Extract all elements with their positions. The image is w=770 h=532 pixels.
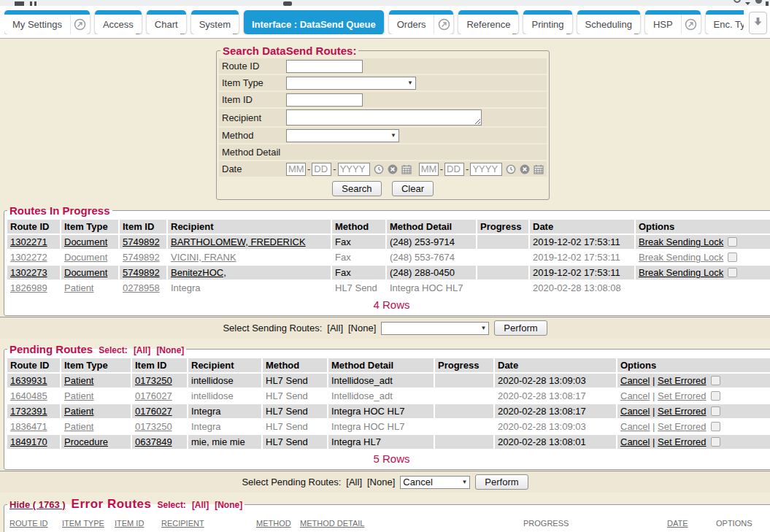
option-link[interactable]: Cancel	[620, 436, 650, 447]
perform-sending-button[interactable]: Perform	[494, 320, 547, 336]
row-checkbox[interactable]	[711, 391, 720, 401]
item-type-link[interactable]: Patient	[64, 421, 93, 432]
date-year-input[interactable]	[470, 163, 502, 176]
clock-icon[interactable]	[506, 164, 516, 174]
pending-action-select[interactable]: Cancel ▼	[400, 476, 470, 489]
route-id-link[interactable]: 1639931	[10, 375, 47, 386]
tab-system[interactable]: System	[191, 10, 239, 34]
calendar-icon[interactable]	[534, 164, 544, 174]
item-id-link[interactable]: 0278958	[123, 282, 160, 293]
route-id-link[interactable]: 1732391	[10, 406, 47, 417]
item-id-link[interactable]: 0637849	[135, 436, 172, 447]
column-header[interactable]: METHOD	[254, 516, 296, 529]
clear-button[interactable]: Clear	[392, 181, 434, 196]
column-header[interactable]: METHOD DETAIL	[298, 516, 520, 529]
clock-icon[interactable]	[374, 164, 384, 174]
item-id-link[interactable]: 0173250	[135, 421, 172, 432]
option-link[interactable]: Cancel	[620, 390, 650, 401]
column-header[interactable]: ITEM TYPE	[60, 516, 111, 529]
sending-action-select[interactable]: ▼	[381, 322, 489, 335]
date-month-input[interactable]	[286, 163, 306, 176]
clear-date-icon[interactable]	[388, 164, 398, 174]
recipient-link[interactable]: VICINI, FRANK	[171, 252, 236, 263]
route-id-link[interactable]: 1849170	[10, 436, 47, 447]
recipient-input[interactable]	[286, 109, 482, 126]
hide-error-routes-link[interactable]: Hide ( 1763 )	[9, 499, 66, 510]
clear-date-icon[interactable]	[520, 164, 530, 174]
row-checkbox[interactable]	[711, 422, 720, 431]
row-checkbox[interactable]	[711, 376, 720, 385]
tab-enc-types[interactable]: Enc. Types	[706, 10, 744, 34]
date-day-input[interactable]	[444, 163, 464, 176]
select-all-link[interactable]: [All]	[327, 323, 343, 334]
route-id-link[interactable]: 1826989	[10, 282, 47, 293]
select-all-link[interactable]: [All]	[346, 477, 362, 487]
tab-access[interactable]: Access	[95, 10, 142, 34]
popout-icon[interactable]	[681, 15, 701, 34]
item-type-link[interactable]: Procedure	[64, 436, 108, 447]
tab-reference[interactable]: Reference	[458, 10, 518, 34]
item-id-link[interactable]: 0176027	[135, 406, 172, 417]
date-day-input[interactable]	[312, 163, 331, 176]
popout-icon[interactable]	[434, 15, 453, 34]
route-id-link[interactable]: 1302273	[10, 267, 47, 278]
column-header[interactable]: ROUTE ID	[7, 516, 58, 529]
option-link[interactable]: Cancel	[620, 421, 650, 432]
option-link[interactable]: Set Errored	[658, 375, 706, 386]
calendar-icon[interactable]	[401, 164, 412, 174]
date-month-input[interactable]	[419, 163, 439, 176]
row-checkbox[interactable]	[728, 252, 737, 262]
column-header[interactable]: DATE	[665, 516, 712, 529]
option-link[interactable]: Set Errored	[658, 406, 706, 417]
select-none-link[interactable]: [None]	[156, 345, 184, 355]
item-id-link[interactable]: 0176027	[135, 390, 172, 401]
tab-hsp[interactable]: HSP	[645, 10, 701, 34]
item-type-select[interactable]: ▼	[286, 77, 416, 90]
recipient-link[interactable]: BARTHOLOMEW, FREDERICK	[171, 236, 306, 247]
option-link[interactable]: Break Sending Lock	[639, 252, 723, 263]
item-type-link[interactable]: Document	[64, 252, 107, 263]
route-id-link[interactable]: 1302272	[10, 252, 47, 263]
search-button[interactable]: Search	[332, 181, 381, 196]
tab-my-settings[interactable]: My Settings	[4, 10, 90, 34]
tab-interface-datasend-queue[interactable]: Interface : DataSend Queue	[244, 10, 384, 34]
row-checkbox[interactable]	[711, 437, 720, 447]
tab-orders[interactable]: Orders	[389, 10, 454, 34]
select-none-link[interactable]: [None]	[367, 477, 395, 487]
route-id-link[interactable]: 1302271	[10, 236, 47, 247]
perform-pending-button[interactable]: Perform	[475, 474, 528, 490]
option-link[interactable]: Break Sending Lock	[639, 267, 723, 278]
item-type-link[interactable]: Document	[64, 236, 107, 247]
option-link[interactable]: Set Errored	[658, 390, 706, 401]
item-id-input[interactable]	[286, 93, 363, 107]
item-id-link[interactable]: 0173250	[135, 375, 172, 386]
item-id-link[interactable]: 5749892	[123, 267, 160, 278]
item-type-link[interactable]: Patient	[64, 406, 93, 417]
item-type-link[interactable]: Document	[64, 267, 107, 278]
tab-scheduling[interactable]: Scheduling	[577, 10, 640, 34]
route-id-link[interactable]: 1640485	[10, 390, 47, 401]
select-all-link[interactable]: [All]	[134, 345, 150, 355]
item-type-link[interactable]: Patient	[64, 282, 93, 293]
route-id-link[interactable]: 1836471	[10, 421, 47, 432]
row-checkbox[interactable]	[711, 406, 720, 416]
option-link[interactable]: Set Errored	[658, 436, 706, 447]
tab-printing[interactable]: Printing	[523, 10, 571, 34]
tab-chart[interactable]: Chart	[147, 10, 186, 34]
item-type-link[interactable]: Patient	[64, 390, 93, 401]
select-none-link[interactable]: [None]	[215, 500, 242, 510]
recipient-link[interactable]: BenitezHOC,	[171, 267, 226, 278]
item-type-link[interactable]: Patient	[64, 375, 93, 386]
select-none-link[interactable]: [None]	[348, 323, 376, 334]
option-link[interactable]: Set Errored	[658, 421, 706, 432]
date-year-input[interactable]	[338, 163, 370, 176]
option-link[interactable]: Cancel	[620, 375, 650, 386]
popout-icon[interactable]	[70, 15, 90, 34]
row-checkbox[interactable]	[728, 237, 737, 247]
item-id-link[interactable]: 5749892	[123, 236, 160, 247]
select-all-link[interactable]: [All]	[192, 500, 209, 510]
column-header[interactable]: ITEM ID	[112, 516, 158, 529]
option-link[interactable]: Cancel	[620, 406, 650, 417]
route-id-input[interactable]	[286, 60, 363, 73]
option-link[interactable]: Break Sending Lock	[639, 236, 723, 247]
